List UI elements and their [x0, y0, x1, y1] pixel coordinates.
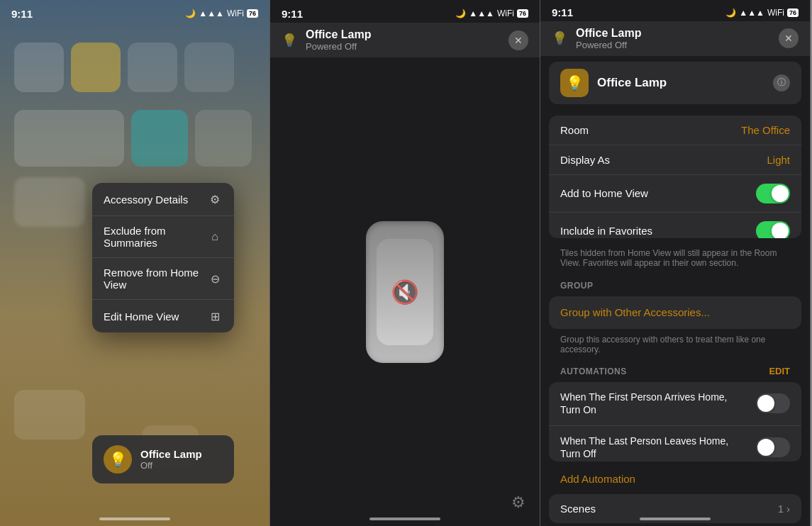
phone1-status-bar: 9:11 🌙 ▲▲▲ WiFi 76	[0, 0, 269, 23]
phone2-time: 9:11	[282, 8, 303, 20]
minus-circle-icon: ⊖	[207, 271, 223, 286]
wifi-icon: WiFi	[497, 9, 514, 18]
context-item-accessory-details[interactable]: Accessory Details ⚙	[92, 183, 234, 216]
bg-tile-3	[128, 43, 177, 92]
automations-group: When The First Person Arrives Home, Turn…	[549, 382, 801, 461]
add-automation-button[interactable]: Add Automation	[549, 470, 801, 488]
settings-gear-icon[interactable]: ⚙	[511, 493, 525, 512]
device-header-text: Office Lamp Powered Off	[306, 28, 371, 52]
bg-tile-8	[14, 177, 85, 227]
phone2-device-header: 💡 Office Lamp Powered Off ✕	[270, 23, 540, 57]
context-item-edit-home[interactable]: Edit Home View ⊞	[92, 300, 234, 332]
close-button-3[interactable]: ✕	[779, 28, 799, 48]
add-home-label: Add to Home View	[560, 187, 648, 199]
scenes-value: 1 ›	[778, 503, 790, 515]
automation-text-1: When The First Person Arrives Home, Turn…	[560, 391, 756, 416]
accessory-name-row: 💡 Office Lamp ⓘ	[549, 62, 801, 104]
bg-tile-7	[195, 110, 252, 167]
display-as-value: Light	[767, 154, 790, 166]
context-item-label: Exclude from Summaries	[104, 225, 207, 249]
lamp-tile-name: Office Lamp	[140, 448, 202, 460]
moon-icon: 🌙	[725, 8, 736, 18]
phone3-time: 9:11	[552, 6, 573, 18]
settings-group: Room The Office Display As Light Add to …	[549, 116, 801, 238]
favorites-toggle[interactable]	[756, 221, 790, 238]
home-indicator	[99, 517, 170, 520]
phone3-content: 9:11 🌙 ▲▲▲ WiFi 76 💡 Office Lamp Powered…	[540, 0, 810, 526]
add-home-row: Add to Home View	[549, 175, 801, 213]
lamp-body-inner: 🔇	[377, 239, 433, 345]
device-status: Powered Off	[306, 41, 371, 52]
bg-tile-5	[14, 110, 124, 167]
battery-badge: 76	[247, 9, 258, 18]
group-with-accessories-button[interactable]: Group with Other Accessories...	[549, 296, 801, 329]
automations-label: AUTOMATIONS	[560, 366, 627, 376]
scenes-label: Scenes	[560, 503, 596, 515]
phone-2: 9:11 🌙 ▲▲▲ WiFi 76 💡 Office Lamp Powered…	[270, 0, 540, 526]
lamp-off-icon: 🔇	[391, 279, 419, 306]
acc-name-label: Office Lamp	[597, 76, 764, 90]
device-header-text-3: Office Lamp Powered Off	[576, 27, 641, 50]
lamp-accessory-tile[interactable]: 💡 Office Lamp Off	[92, 435, 234, 483]
bg-tile-9	[14, 390, 85, 440]
toggle-knob-4	[757, 439, 774, 456]
context-item-label: Accessory Details	[104, 194, 207, 206]
context-item-remove-home[interactable]: Remove from Home View ⊖	[92, 258, 234, 300]
toggle-knob-3	[757, 395, 774, 412]
automation-text-2: When The Last Person Leaves Home, Turn O…	[560, 435, 756, 460]
signal-icon: ▲▲▲	[739, 8, 764, 18]
phone-1: 9:11 🌙 ▲▲▲ WiFi 76 Accessory Details ⚙ E…	[0, 0, 270, 526]
home-indicator-2	[369, 517, 440, 520]
home-view-hint: Tiles hidden from Home View will still a…	[549, 244, 801, 275]
moon-icon: 🌙	[455, 9, 466, 18]
moon-icon: 🌙	[185, 9, 196, 18]
group-section-label: GROUP	[549, 275, 801, 293]
context-menu: Accessory Details ⚙ Exclude from Summari…	[92, 183, 234, 332]
phone2-main-area: 🔇 ⚙	[270, 57, 540, 526]
signal-icon: ▲▲▲	[199, 9, 224, 18]
grid-icon: ⊞	[207, 308, 223, 324]
group-hint: Group this accessory with others to trea…	[549, 332, 801, 360]
battery-badge: 76	[787, 9, 799, 17]
scenes-count: 1	[778, 503, 784, 515]
automation-row-2: When The Last Person Leaves Home, Turn O…	[549, 426, 801, 461]
device-name: Office Lamp	[306, 28, 371, 41]
phone3-device-header: 💡 Office Lamp Powered Off ✕	[540, 21, 810, 56]
phone2-status-icons: 🌙 ▲▲▲ WiFi 76	[455, 9, 528, 18]
phone2-content: 9:11 🌙 ▲▲▲ WiFi 76 💡 Office Lamp Powered…	[270, 0, 540, 526]
favorites-label: Include in Favorites	[560, 225, 652, 237]
home-icon: ⌂	[207, 229, 223, 245]
signal-icon: ▲▲▲	[469, 9, 494, 18]
lamp-header-icon-3: 💡	[552, 30, 567, 46]
phone1-time: 9:11	[11, 8, 33, 20]
display-as-row[interactable]: Display As Light	[549, 145, 801, 175]
lamp-visual-area: 🔇	[270, 57, 540, 526]
chevron-right-icon: ›	[786, 503, 790, 515]
automations-edit-button[interactable]: EDIT	[769, 366, 790, 376]
battery-badge: 76	[517, 9, 528, 18]
close-button[interactable]: ✕	[508, 30, 528, 50]
context-item-label: Remove from Home View	[104, 267, 207, 291]
favorites-row: Include in Favorites	[549, 213, 801, 238]
wifi-icon: WiFi	[767, 8, 784, 18]
lamp-tile-status: Off	[140, 460, 202, 471]
display-as-label: Display As	[560, 154, 610, 166]
phone-3: 9:11 🌙 ▲▲▲ WiFi 76 💡 Office Lamp Powered…	[540, 0, 811, 526]
context-item-exclude-summaries[interactable]: Exclude from Summaries ⌂	[92, 216, 234, 258]
room-row[interactable]: Room The Office	[549, 116, 801, 145]
bg-tile-4	[184, 43, 234, 92]
automation-2-toggle[interactable]	[756, 437, 790, 457]
automation-1-toggle[interactable]	[756, 393, 790, 413]
home-indicator-3	[640, 517, 711, 520]
context-item-label: Edit Home View	[104, 310, 207, 323]
acc-info-icon[interactable]: ⓘ	[773, 74, 790, 91]
toggle-knob	[772, 185, 789, 202]
add-home-toggle[interactable]	[756, 184, 790, 203]
lamp-icon: 💡	[104, 445, 132, 474]
bg-tile-2	[71, 43, 121, 92]
phone2-status-bar: 9:11 🌙 ▲▲▲ WiFi 76	[270, 0, 540, 23]
wifi-icon: WiFi	[227, 9, 244, 18]
automation-row-1: When The First Person Arrives Home, Turn…	[549, 382, 801, 425]
add-automation-label: Add Automation	[560, 473, 635, 485]
automations-header: AUTOMATIONS EDIT	[549, 360, 801, 379]
